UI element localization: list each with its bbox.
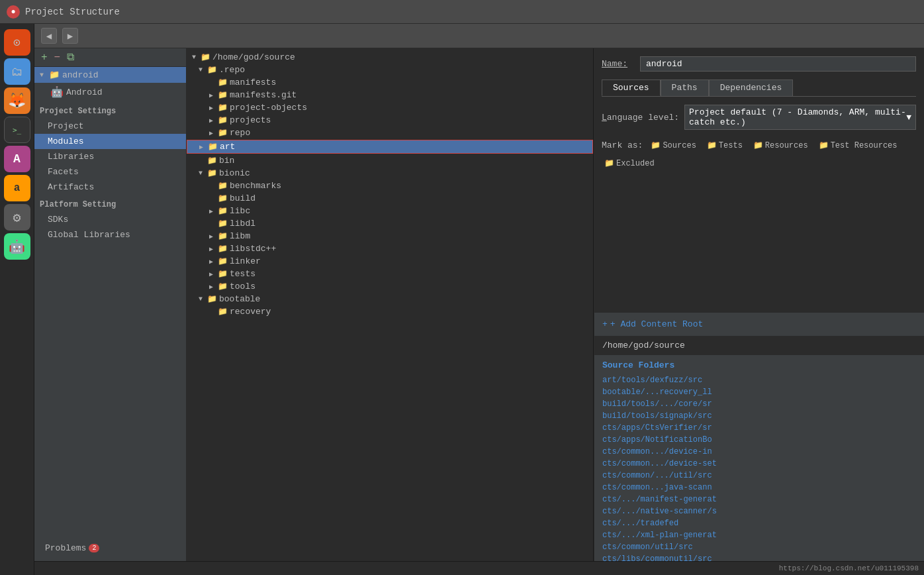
window-title: Project Structure [25,7,120,17]
tree-projects[interactable]: ▶ 📁 projects [187,114,593,127]
mark-tests-button[interactable]: 📁 Tests [704,139,745,152]
nav-panel: + − ⧉ ▼ 📁 android 🤖 Android Project Sett… [34,48,187,561]
source-folders-panel: + + Add Content Root /home/god/source So… [594,313,924,561]
excluded-folder-icon: 📁 [604,158,614,168]
dialog-toolbar: ◀ ▶ [34,24,924,48]
nav-modules[interactable]: Modules [34,134,186,149]
add-module-button[interactable]: + [40,52,49,64]
source-folder-item[interactable]: art/tools/dexfuzz/src [594,374,924,386]
tree-build[interactable]: ▶ 📁 build [187,192,593,205]
source-folder-item[interactable]: build/tools/.../core/sr [594,398,924,410]
source-folder-item[interactable]: cts/.../tradefed [594,517,924,529]
module-android-sdk-label: Android [66,87,103,97]
tab-dependencies[interactable]: Dependencies [709,79,794,96]
nav-facets[interactable]: Facets [34,164,186,180]
module-item-android-sdk[interactable]: 🤖 Android [34,83,186,101]
mark-tests-label: Tests [719,141,743,150]
problems-label: Problems [45,543,86,553]
mark-sources-label: Sources [663,141,696,150]
dock-android[interactable]: 🤖 [4,233,30,260]
tree-manifests-git[interactable]: ▶ 📁 manifests.git [187,89,593,101]
tree-manifests[interactable]: ▶ 📁 manifests [187,76,593,89]
nav-libraries[interactable]: Libraries [34,149,186,164]
tree-root[interactable]: ▼ 📁 /home/god/source [187,51,593,64]
nav-global-libraries[interactable]: Global Libraries [34,227,186,242]
url-text: https://blog.csdn.net/u011195398 [779,564,919,572]
add-content-root-label: + Add Content Root [610,319,703,329]
mark-excluded-button[interactable]: 📁 Excluded [602,157,657,170]
android-folder-icon: 📁 [49,70,60,80]
name-input[interactable] [640,56,916,72]
source-folder-item[interactable]: cts/apps/NotificationBo [594,434,924,446]
tree-benchmarks[interactable]: ▶ 📁 benchmarks [187,180,593,192]
tree-recovery[interactable]: ▶ 📁 recovery [187,305,593,318]
dock-ubuntu[interactable]: ⊙ [4,29,30,56]
dock-amazon[interactable]: a [4,175,30,201]
name-label: Name: [602,59,635,69]
tree-project-objects[interactable]: ▶ 📁 project-objects [187,101,593,114]
tabs-row: Sources Paths Dependencies [602,79,916,97]
tree-libstdcpp[interactable]: ▶ 📁 libstdc++ [187,242,593,255]
source-folder-item[interactable]: cts/common/.../util/src [594,470,924,482]
add-content-root-button[interactable]: + + Add Content Root [594,313,924,337]
source-folder-item[interactable]: bootable/...recovery_ll [594,386,924,398]
mark-test-resources-button[interactable]: 📁 Test Resources [816,139,900,152]
mark-as-row: Mark as: 📁 Sources 📁 Tests 📁 Resources [602,139,916,170]
tree-repo[interactable]: ▼ 📁 .repo [187,64,593,76]
language-level-select[interactable]: Project default (7 - Diamonds, ARM, mult… [684,105,916,130]
source-folder-item[interactable]: cts/common...java-scann [594,482,924,494]
tree-bionic[interactable]: ▼ 📁 bionic [187,167,593,180]
mark-resources-label: Resources [765,141,808,150]
nav-sdks[interactable]: SDKs [34,212,186,227]
url-bar: https://blog.csdn.net/u011195398 [34,561,924,575]
source-folder-item[interactable]: build/tools/signapk/src [594,410,924,422]
tree-libm[interactable]: ▶ 📁 libm [187,230,593,242]
tree-libdl[interactable]: ▶ 📁 libdl [187,217,593,230]
source-folder-item[interactable]: cts/common.../device-in [594,446,924,458]
tree-tools[interactable]: ▶ 📁 tools [187,280,593,293]
tree-repo-inner[interactable]: ▶ 📁 repo [187,127,593,139]
source-folder-item[interactable]: cts/.../xml-plan-generat [594,529,924,541]
sources-folder-icon: 📁 [651,140,661,150]
platform-settings-header: Platform Setting [34,195,186,212]
dock-firefox[interactable]: 🦊 [4,87,30,114]
tree-tests[interactable]: ▶ 📁 tests [187,268,593,280]
mark-sources-button[interactable]: 📁 Sources [648,139,698,152]
dock-font[interactable]: A [4,146,30,172]
tree-linker[interactable]: ▶ 📁 linker [187,255,593,268]
title-bar: ● Project Structure [0,0,924,24]
project-settings-header: Project Settings [34,101,186,119]
dock-files[interactable]: 🗂 [4,58,30,85]
file-tree[interactable]: ▼ 📁 /home/god/source ▼ 📁 .repo ▶ 📁 [187,48,593,561]
dock-terminal[interactable]: >_ [4,117,30,143]
source-folder-item[interactable]: cts/apps/CtsVerifier/sr [594,422,924,434]
source-folder-item[interactable]: cts/.../native-scanner/s [594,505,924,517]
mark-excluded-label: Excluded [616,159,655,168]
source-folder-item[interactable]: cts/common/util/src [594,541,924,553]
right-settings-panel: Name: Sources Paths Dependencies Languag… [593,48,924,561]
tab-paths[interactable]: Paths [661,79,709,96]
tree-art[interactable]: ▶ 📁 art [187,140,593,154]
tab-sources[interactable]: Sources [602,79,661,96]
language-level-row: Language level: Project default (7 - Dia… [602,105,916,130]
remove-module-button[interactable]: − [53,52,62,64]
tree-bootable[interactable]: ▼ 📁 bootable [187,293,593,305]
tree-bin[interactable]: ▶ 📁 bin [187,154,593,167]
mark-resources-button[interactable]: 📁 Resources [751,139,811,152]
module-item-android[interactable]: ▼ 📁 android [34,67,186,83]
source-path: /home/god/source [594,337,924,355]
nav-artifacts[interactable]: Artifacts [34,180,186,195]
source-folder-item[interactable]: cts/common.../device-set [594,458,924,470]
source-folder-list: art/tools/dexfuzz/src bootable/...recove… [594,373,924,561]
mark-test-resources-label: Test Resources [831,141,898,150]
forward-button[interactable]: ▶ [62,28,78,44]
copy-module-button[interactable]: ⧉ [66,51,75,64]
source-folder-item[interactable]: cts/.../manifest-generat [594,494,924,505]
source-folder-item[interactable]: cts/libs/commonutil/src [594,553,924,561]
tree-libc[interactable]: ▶ 📁 libc [187,205,593,217]
nav-problems[interactable]: Problems 2 [40,541,181,556]
nav-project[interactable]: Project [34,119,186,134]
expand-android-icon: ▼ [40,72,46,79]
dock-settings[interactable]: ⚙ [4,204,30,231]
back-button[interactable]: ◀ [41,28,57,44]
